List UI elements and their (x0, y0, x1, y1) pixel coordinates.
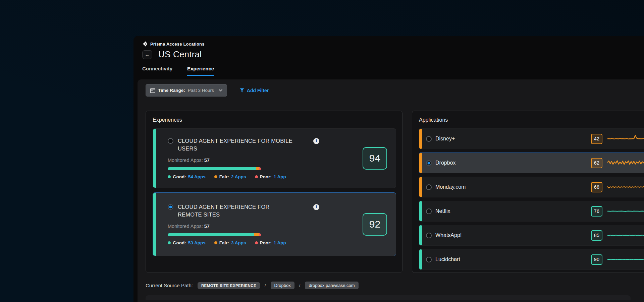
calendar-icon (150, 88, 155, 93)
experience-card-title: CLOUD AGENT EXPERIENCE FOR MOBILE USERS (178, 137, 293, 153)
fair-dot-icon (214, 175, 217, 178)
experiences-panel-title: Experiences (146, 111, 402, 128)
current-source-path: Current Source Path: REMOTE SITE EXPERIE… (146, 282, 644, 289)
app-accent-bar (419, 129, 422, 149)
monitored-apps: Monitored Apps:57 (168, 158, 356, 163)
product-name: Prisma Access Locations (150, 42, 205, 47)
good-dot-icon (168, 241, 171, 244)
page-title: US Central (158, 49, 202, 60)
chevron-down-icon (219, 89, 222, 92)
app-accent-bar (419, 201, 422, 221)
path-separator: / (299, 283, 301, 288)
distribution-legend: Good:54 Apps Fair:2 Apps Poor:1 App (168, 174, 356, 179)
applications-panel-title: Applications (412, 111, 644, 128)
fair-apps-link[interactable]: 3 Apps (231, 240, 246, 245)
good-apps-link[interactable]: 54 Apps (188, 174, 206, 179)
app-radio[interactable] (426, 208, 432, 214)
app-accent-bar (419, 249, 422, 269)
app-row-whatsapp[interactable]: WhatsApp! 85 (419, 225, 644, 246)
app-distribution-bar (168, 167, 261, 170)
experience-score: 92 (363, 213, 387, 236)
time-range-label: Time Range: (158, 88, 185, 93)
app-row-disney[interactable]: Disney+ 42 (419, 128, 644, 149)
content-area: Time Range: Past 3 Hours Add Filter Expe… (138, 79, 644, 302)
tab-experience[interactable]: Experience (187, 66, 214, 76)
app-distribution-bar (168, 233, 261, 236)
window-header: Prisma Access Locations ← US Central (133, 36, 644, 60)
good-segment (168, 233, 254, 236)
app-trend-sparkline (607, 229, 644, 241)
app-row-monday[interactable]: Monday.com 68 (419, 177, 644, 197)
card-accent-bar (153, 129, 156, 188)
experience-card-remote-sites[interactable]: CLOUD AGENT EXPERIENCE FOR REMOTE SITES … (153, 192, 396, 256)
poor-apps-link[interactable]: 1 App (274, 174, 286, 179)
source-path-label: Current Source Path: (146, 283, 193, 288)
app-score-badge: 76 (591, 206, 602, 217)
add-filter-label: Add Filter (247, 88, 269, 93)
app-score-badge: 90 (591, 254, 602, 265)
fair-dot-icon (214, 241, 217, 244)
info-icon[interactable]: i (313, 204, 319, 210)
time-range-value: Past 3 Hours (188, 88, 214, 93)
good-dot-icon (168, 175, 171, 178)
next-panel-edge (146, 295, 631, 300)
app-row-netflix[interactable]: Netflix 76 (419, 201, 644, 222)
fair-segment (254, 233, 259, 236)
poor-dot-icon (255, 175, 258, 178)
good-segment (168, 167, 256, 170)
experience-score: 94 (363, 147, 387, 170)
tab-bar: Connectivity Experience (133, 66, 644, 76)
source-path-segment-app: Dropbox (271, 282, 294, 289)
app-radio[interactable] (426, 184, 432, 190)
app-score-badge: 42 (591, 134, 602, 144)
app-accent-bar (419, 225, 422, 245)
time-range-dropdown[interactable]: Time Range: Past 3 Hours (146, 84, 227, 97)
app-radio[interactable] (426, 257, 432, 262)
app-accent-bar (419, 177, 422, 197)
app-trend-sparkline (607, 157, 644, 169)
good-apps-link[interactable]: 53 Apps (188, 240, 206, 245)
app-trend-sparkline (607, 205, 644, 217)
app-score-badge: 62 (591, 158, 602, 168)
app-trend-sparkline (607, 181, 644, 193)
back-button[interactable]: ← (142, 50, 152, 59)
poor-apps-link[interactable]: 1 App (274, 240, 286, 245)
applications-panel: Applications Disney+ 42 Dropbox 62 (412, 111, 644, 273)
app-trend-sparkline (607, 133, 644, 145)
app-window: Prisma Access Locations ← US Central Con… (133, 36, 644, 302)
app-radio[interactable] (426, 233, 432, 238)
distribution-legend: Good:53 Apps Fair:3 Apps Poor:1 App (168, 240, 356, 245)
back-arrow-icon: ← (145, 52, 150, 57)
poor-segment (259, 233, 261, 236)
card-accent-bar (153, 193, 156, 256)
source-path-segment-experience: REMOTE SITE EXPERIENCE (198, 282, 260, 289)
app-row-lucidchart[interactable]: Lucidchart 90 (419, 249, 644, 270)
experience-radio[interactable] (168, 204, 173, 210)
experience-radio[interactable] (168, 138, 173, 144)
app-accent-bar (419, 153, 422, 173)
app-radio[interactable] (426, 136, 432, 142)
fair-segment (256, 167, 259, 170)
tab-connectivity[interactable]: Connectivity (142, 66, 172, 76)
source-path-segment-domain: dropbox.panwsase.com (305, 282, 358, 289)
filter-row: Time Range: Past 3 Hours Add Filter (146, 84, 644, 97)
path-separator: / (265, 283, 266, 288)
info-icon[interactable]: i (313, 138, 319, 144)
experiences-panel: Experiences CLOUD AGENT EXPERIENCE FOR M… (146, 111, 402, 273)
app-row-dropbox[interactable]: Dropbox 62 (419, 153, 644, 173)
experience-card-mobile-users[interactable]: CLOUD AGENT EXPERIENCE FOR MOBILE USERS … (153, 128, 396, 188)
funnel-icon (240, 88, 244, 93)
fair-apps-link[interactable]: 2 Apps (231, 174, 246, 179)
monitored-apps: Monitored Apps:57 (168, 224, 356, 229)
experience-card-title: CLOUD AGENT EXPERIENCE FOR REMOTE SITES (178, 203, 293, 219)
app-radio[interactable] (426, 160, 432, 166)
app-trend-sparkline (607, 253, 644, 265)
app-score-badge: 85 (591, 230, 602, 241)
poor-segment (259, 167, 261, 170)
prisma-logo-icon (142, 41, 147, 47)
poor-dot-icon (255, 241, 258, 244)
add-filter-button[interactable]: Add Filter (240, 88, 269, 93)
app-score-badge: 68 (591, 182, 602, 192)
